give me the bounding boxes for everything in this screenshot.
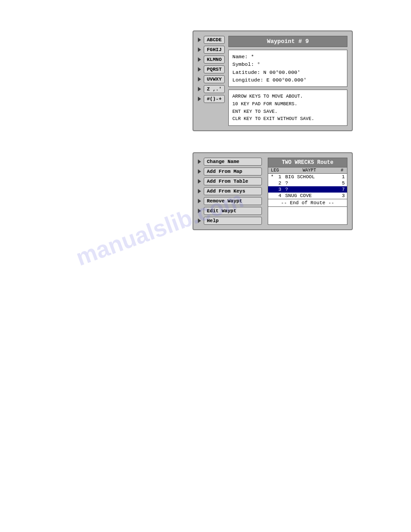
- key-klmno[interactable]: KLMNO: [198, 56, 225, 64]
- route-spacer: [268, 207, 347, 225]
- key-special-label[interactable]: #()-+: [204, 95, 225, 103]
- key-fghij-label[interactable]: FGHIJ: [204, 46, 225, 54]
- route-row-1-leg: 1: [275, 174, 284, 180]
- keyboard-column: ABCDE FGHIJ KLMNO PQRST UVWXY: [198, 36, 225, 126]
- waypoint-symbol: Symbol: °: [232, 60, 343, 68]
- route-rows: * 1 BIG SCHOOL 1 2 ? 5 3 ?: [268, 174, 347, 199]
- route-row-4[interactable]: 4 SNUG COVE 3: [268, 193, 347, 199]
- key-fghij[interactable]: FGHIJ: [198, 46, 225, 54]
- route-row-2[interactable]: 2 ? 5: [268, 180, 347, 186]
- menu-add-from-map-label[interactable]: Add From Map: [204, 167, 262, 176]
- route-row-1-star: *: [269, 174, 275, 180]
- instructions-box: ARROW KEYS TO MOVE ABOUT. 10 KEY PAD FOR…: [228, 90, 347, 126]
- route-row-3[interactable]: 3 ? 7: [268, 186, 347, 193]
- menu-edit-waypt[interactable]: Edit Waypt: [198, 207, 264, 215]
- menu-arrow-icon: [198, 219, 202, 223]
- menu-add-from-keys-label[interactable]: Add From Keys: [204, 187, 262, 195]
- menu-add-from-keys[interactable]: Add From Keys: [198, 187, 264, 195]
- key-arrow-icon: [198, 77, 202, 82]
- menu-change-name-label[interactable]: Change Name: [204, 158, 262, 166]
- route-row-1[interactable]: * 1 BIG SCHOOL 1: [268, 174, 347, 180]
- waypoint-editor-panel: ABCDE FGHIJ KLMNO PQRST UVWXY: [193, 30, 353, 131]
- menu-help-label[interactable]: Help: [204, 217, 262, 225]
- menu-column: Change Name Add From Map Add From Table …: [198, 158, 264, 225]
- instruction-3: ENT KEY TO SAVE.: [232, 108, 343, 116]
- route-row-2-leg: 2: [275, 180, 284, 186]
- header-leg: LEG: [268, 167, 282, 173]
- menu-remove-waypt[interactable]: Remove Waypt: [198, 197, 264, 205]
- key-arrow-icon: [198, 67, 202, 72]
- key-special[interactable]: #()-+: [198, 95, 225, 103]
- waypoint-info-column: Waypoint # 9 Name: * Symbol: ° Latitude:…: [228, 36, 347, 126]
- route-row-1-waypt: BIG SCHOOL: [284, 174, 336, 180]
- menu-arrow-icon: [198, 169, 202, 174]
- header-waypt: WAYPT: [282, 167, 337, 173]
- route-row-2-waypt: ?: [284, 180, 336, 186]
- route-menu-panel: Change Name Add From Map Add From Table …: [193, 152, 353, 230]
- key-klmno-label[interactable]: KLMNO: [204, 56, 225, 64]
- route-row-3-leg: 3: [275, 187, 284, 192]
- menu-help[interactable]: Help: [198, 217, 264, 225]
- key-pqrst[interactable]: PQRST: [198, 65, 225, 73]
- menu-arrow-icon: [198, 199, 202, 203]
- menu-add-from-table[interactable]: Add From Table: [198, 177, 264, 185]
- route-row-2-num: 5: [336, 180, 346, 186]
- route-row-4-leg: 4: [275, 193, 284, 198]
- key-arrow-icon: [198, 87, 202, 91]
- menu-arrow-icon: [198, 159, 202, 164]
- key-abcde[interactable]: ABCDE: [198, 36, 225, 44]
- key-arrow-icon: [198, 47, 202, 52]
- route-title: TWO WRECKS Route: [268, 158, 347, 167]
- key-pqrst-label[interactable]: PQRST: [204, 65, 225, 73]
- menu-add-from-table-label[interactable]: Add From Table: [204, 177, 262, 185]
- key-z[interactable]: Z ,.': [198, 85, 225, 93]
- key-uvwxy-label[interactable]: UVWXY: [204, 75, 225, 83]
- menu-change-name[interactable]: Change Name: [198, 158, 264, 166]
- header-num: #: [337, 167, 347, 173]
- key-z-label[interactable]: Z ,.': [204, 85, 225, 93]
- menu-arrow-icon: [198, 179, 202, 184]
- key-arrow-icon: [198, 97, 202, 101]
- route-end-label: -- End of Route --: [268, 199, 347, 207]
- menu-arrow-icon: [198, 209, 202, 213]
- menu-edit-waypt-label[interactable]: Edit Waypt: [204, 207, 262, 215]
- key-arrow-icon: [198, 38, 202, 42]
- route-row-4-waypt: SNUG COVE: [284, 193, 336, 198]
- menu-remove-waypt-label[interactable]: Remove Waypt: [204, 197, 262, 205]
- route-row-4-num: 3: [336, 193, 346, 198]
- key-abcde-label[interactable]: ABCDE: [204, 36, 225, 44]
- route-table-header: LEG WAYPT #: [268, 167, 347, 174]
- waypoint-latitude: Latitude: N 00°00.000': [232, 69, 343, 76]
- waypoint-longitude: Longitude: E 000°00.000': [232, 76, 343, 84]
- route-row-3-num: 7: [336, 187, 346, 192]
- key-arrow-icon: [198, 57, 202, 62]
- waypoint-title: Waypoint # 9: [228, 36, 347, 47]
- instruction-2: 10 KEY PAD FOR NUMBERS.: [232, 100, 343, 108]
- waypoint-name: Name: *: [232, 53, 343, 60]
- page: manualslib.com ABCDE FGHIJ KLMNO: [0, 0, 411, 532]
- key-uvwxy[interactable]: UVWXY: [198, 75, 225, 83]
- menu-add-from-map[interactable]: Add From Map: [198, 167, 264, 176]
- route-row-1-num: 1: [336, 174, 346, 180]
- route-row-3-waypt: ?: [284, 187, 336, 192]
- waypoint-info-box: Name: * Symbol: ° Latitude: N 00°00.000'…: [228, 50, 347, 87]
- instruction-4: CLR KEY TO EXIT WITHOUT SAVE.: [232, 115, 343, 123]
- instruction-1: ARROW KEYS TO MOVE ABOUT.: [232, 93, 343, 100]
- route-table-column: TWO WRECKS Route LEG WAYPT # * 1 BIG SCH…: [268, 158, 347, 225]
- menu-arrow-icon: [198, 189, 202, 193]
